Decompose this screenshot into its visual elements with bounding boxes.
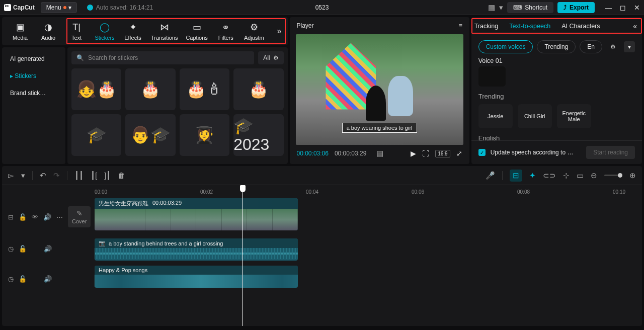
tab-effects[interactable]: ✦Effects <box>119 20 147 43</box>
lock-icon[interactable]: 🔓 <box>19 275 27 283</box>
time-ruler[interactable]: 00:00 00:02 00:04 00:06 00:08 00:10 <box>70 185 642 198</box>
split-left-icon[interactable]: ┃[ <box>91 171 97 180</box>
project-title: 0523 <box>315 4 329 11</box>
tab-label: Text <box>71 35 82 41</box>
sidebar-item-stickers[interactable]: ▸ Stickers <box>5 68 62 84</box>
sticker-item[interactable]: 🎂 <box>125 68 175 110</box>
mute-icon[interactable]: 🔊 <box>44 275 52 283</box>
magnet-icon[interactable]: ⊟ <box>510 170 522 182</box>
tab-media[interactable]: ▣Media <box>6 20 34 43</box>
mute-icon[interactable]: 🔊 <box>44 245 52 253</box>
dropdown-icon[interactable]: ▾ <box>624 41 635 52</box>
tab-transitions[interactable]: ⋈Transitions <box>147 20 182 43</box>
pill-trending[interactable]: Trending <box>537 40 576 53</box>
audio-clip[interactable]: Happy & Pop songs <box>95 266 298 288</box>
voice-jessie[interactable]: Jessie <box>478 104 513 128</box>
tab-ai-characters[interactable]: AI Characters <box>560 21 601 32</box>
zoom-out-icon[interactable]: ⊖ <box>591 171 597 180</box>
voice-energetic-male[interactable]: Energetic Male <box>557 104 591 128</box>
filter-icon[interactable]: ⚙ <box>606 41 620 52</box>
mic-icon[interactable]: 🎤 <box>486 171 495 180</box>
video-preview[interactable]: a boy wearing shoes to girl <box>296 34 463 145</box>
delete-icon[interactable]: 🗑 <box>118 171 125 180</box>
eye-icon[interactable]: 👁 <box>32 213 38 221</box>
export-button[interactable]: ⤴ Export <box>557 2 595 13</box>
aspect-ratio[interactable]: 16:9 <box>435 150 450 157</box>
snap-icon[interactable]: ✦ <box>529 171 536 180</box>
minimize-icon[interactable]: — <box>605 4 612 12</box>
tab-tracking[interactable]: Tracking <box>473 21 499 32</box>
tab-audio[interactable]: ◑Audio <box>34 20 62 43</box>
close-icon[interactable]: ✕ <box>634 4 640 12</box>
search-input[interactable]: 🔍 Search for stickers <box>71 51 254 64</box>
chevron-down-icon[interactable]: ▾ <box>21 171 25 180</box>
start-reading-button[interactable]: Start reading <box>586 146 635 159</box>
lock-icon[interactable]: 🔓 <box>19 245 27 253</box>
voice-chill-girl[interactable]: Chill Girl <box>518 104 552 128</box>
split-icon[interactable]: ┃┃ <box>74 171 84 180</box>
sticker-item[interactable]: 👩‍🎓 <box>180 114 229 156</box>
clock-icon[interactable]: ◷ <box>8 275 14 283</box>
tab-filters[interactable]: ⚭Filters <box>212 20 240 43</box>
mute-icon[interactable]: 🔊 <box>43 213 51 221</box>
split-right-icon[interactable]: ]┃ <box>104 171 111 180</box>
undo-icon[interactable]: ↶ <box>40 171 46 180</box>
search-icon: 🔍 <box>76 54 84 61</box>
align-icon[interactable]: ⊹ <box>563 171 570 180</box>
sticker-item[interactable]: 👧🎂 <box>71 68 121 110</box>
shortcut-button[interactable]: ⌨ Shortcut <box>507 2 553 13</box>
layout-icon[interactable]: ▦ <box>488 3 495 12</box>
filters-icon: ⚭ <box>222 22 229 33</box>
filter-all-button[interactable]: All ⚙ <box>258 51 283 64</box>
chevron-down-icon[interactable]: ▾ <box>499 3 503 12</box>
zoom-in-icon[interactable]: ⊕ <box>629 171 636 180</box>
collapse-icon[interactable]: « <box>630 22 640 30</box>
tab-text[interactable]: T|Text <box>62 20 91 43</box>
lock-icon[interactable]: 🔓 <box>19 213 27 221</box>
play-button[interactable]: ▶ <box>411 149 416 157</box>
ruler-mark: 00:08 <box>517 189 530 195</box>
redo-icon[interactable]: ↷ <box>53 171 60 180</box>
tab-adjustment[interactable]: ⚙Adjustm <box>240 20 268 43</box>
list-icon[interactable]: ▤ <box>376 149 383 158</box>
left-panel: ▣Media ◑Audio T|Text ◯Stickers ✦Effects … <box>2 17 288 164</box>
menu-button[interactable]: Menu ▾ <box>41 2 77 13</box>
caption-clip[interactable]: 📷 a boy standing behind trees and a girl… <box>95 238 298 261</box>
maximize-icon[interactable]: ◻ <box>620 4 626 12</box>
more-icon[interactable]: ⋯ <box>56 213 63 221</box>
tab-stickers[interactable]: ◯Stickers <box>91 20 119 43</box>
fullscreen-icon[interactable]: ⤢ <box>456 149 462 157</box>
preview-icon[interactable]: ▭ <box>577 171 584 180</box>
sidebar-item-ai-generated[interactable]: AI generated <box>5 51 62 66</box>
separator <box>502 171 503 180</box>
tab-text-to-speech[interactable]: Text-to-speech <box>508 21 551 32</box>
pill-custom-voices[interactable]: Custom voices <box>478 40 533 53</box>
timeline-panel: ▻ ▾ ↶ ↷ ┃┃ ┃[ ]┃ 🗑 🎤 ⊟ ✦ ⊂⊃ ⊹ ▭ ⊖ ⊕ ⊟ 🔓 … <box>2 166 642 326</box>
sticker-item[interactable]: 🎂🕯 <box>180 68 229 110</box>
collapse-icon[interactable]: ⊟ <box>8 213 14 221</box>
export-label: Export <box>570 4 589 11</box>
update-speech-checkbox[interactable]: ✓ <box>478 149 486 156</box>
scale-icon[interactable]: ⛶ <box>422 149 429 157</box>
tracks-area[interactable]: 00:00 00:02 00:04 00:06 00:08 00:10 男生给女… <box>70 185 642 326</box>
tab-captions[interactable]: ▭Captions <box>182 20 211 43</box>
select-tool-icon[interactable]: ▻ <box>8 171 14 180</box>
sticker-item[interactable]: 🎓2023 <box>233 114 283 156</box>
playhead[interactable] <box>243 185 243 326</box>
sidebar: AI generated ▸ Stickers Brand stick… <box>2 47 65 164</box>
zoom-slider[interactable] <box>604 175 622 176</box>
sticker-item[interactable]: 🎓 <box>71 114 121 156</box>
video-clip[interactable]: 男生给女生穿高跟鞋 00:00:03:29 <box>95 198 298 230</box>
clip-name: 男生给女生穿高跟鞋 <box>99 200 148 207</box>
sidebar-item-brand[interactable]: Brand stick… <box>5 86 62 101</box>
link-icon[interactable]: ⊂⊃ <box>543 171 556 180</box>
player-menu-icon[interactable]: ≡ <box>459 22 462 29</box>
sticker-item[interactable]: 👨‍‍🎓 <box>125 114 175 156</box>
video-caption[interactable]: a boy wearing shoes to girl <box>342 123 417 133</box>
more-tabs-icon[interactable]: » <box>275 25 284 38</box>
sticker-item[interactable]: 🎂 <box>233 68 283 110</box>
clock-icon[interactable]: ◷ <box>8 245 14 253</box>
voice-filter-row: Custom voices Trending En ⚙ ▾ <box>478 40 635 53</box>
pill-english[interactable]: En <box>580 40 602 53</box>
voice-01-card[interactable] <box>478 66 506 87</box>
